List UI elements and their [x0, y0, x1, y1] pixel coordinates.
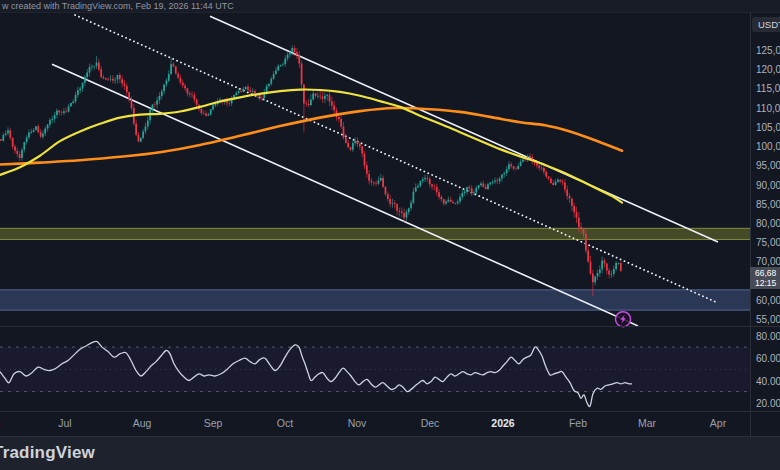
- pane-divider-rsi-timeaxis: [0, 411, 780, 412]
- rsi-tick-label: 60.00: [756, 353, 780, 364]
- time-axis-label: Apr: [710, 417, 726, 429]
- time-axis-label: Mar: [638, 417, 656, 429]
- alert-flash-icon[interactable]: [616, 312, 631, 327]
- bar-countdown: 12:15: [755, 278, 780, 288]
- ma-50-line[interactable]: [0, 90, 622, 203]
- rsi-tick-label: 40.00: [756, 375, 780, 386]
- tradingview-chart-window: w created with TradingView.com, Feb 19, …: [0, 0, 780, 470]
- price-tick-label: 100,000: [756, 141, 780, 152]
- time-axis-label: Dec: [421, 417, 440, 429]
- tradingview-logo[interactable]: TradingView: [0, 443, 95, 463]
- footer-bar: TradingView: [0, 437, 780, 470]
- price-tick-label: 95,000: [756, 160, 780, 171]
- candle-wicks-up: [3, 45, 618, 285]
- support-zone[interactable]: [0, 290, 750, 310]
- price-tick-label: 105,000: [756, 121, 780, 132]
- time-axis-label: Nov: [348, 417, 367, 429]
- time-axis-label: Aug: [133, 417, 152, 429]
- last-price-value: 66,68: [755, 268, 780, 278]
- time-axis-label: Feb: [569, 417, 587, 429]
- upper-channel-line[interactable]: [210, 16, 718, 242]
- ma-200-line[interactable]: [0, 108, 622, 165]
- price-axis-divider: [750, 12, 751, 437]
- price-tick-label: 85,000: [756, 198, 780, 209]
- lower-channel-line[interactable]: [52, 64, 638, 326]
- price-tick-label: 115,000: [756, 83, 780, 94]
- chart-canvas[interactable]: [0, 0, 780, 470]
- time-axis-label: Jul: [58, 417, 71, 429]
- price-tick-label: 90,000: [756, 179, 780, 190]
- pane-divider-main-rsi[interactable]: [0, 326, 780, 327]
- resistance-zone[interactable]: [0, 228, 750, 239]
- time-axis-label: Oct: [277, 417, 293, 429]
- price-tick-label: 60,000: [756, 294, 780, 305]
- price-axis-unit-badge[interactable]: USDT: [752, 17, 780, 32]
- price-tick-label: 110,000: [756, 102, 780, 113]
- rsi-tick-label: 80.00: [756, 331, 780, 342]
- price-axis-unit-label: USDT: [758, 19, 780, 30]
- price-tick-label: 80,000: [756, 217, 780, 228]
- rsi-tick-label: 20.00: [756, 397, 780, 408]
- price-tick-label: 75,000: [756, 237, 780, 248]
- last-price-label: 66,68 12:15: [750, 267, 780, 289]
- price-tick-label: 55,000: [756, 314, 780, 325]
- price-tick-label: 125,000: [756, 45, 780, 56]
- price-tick-label: 70,000: [756, 256, 780, 267]
- price-tick-label: 120,000: [756, 64, 780, 75]
- time-axis-label: Sep: [204, 417, 223, 429]
- time-axis-label: 2026: [491, 417, 514, 429]
